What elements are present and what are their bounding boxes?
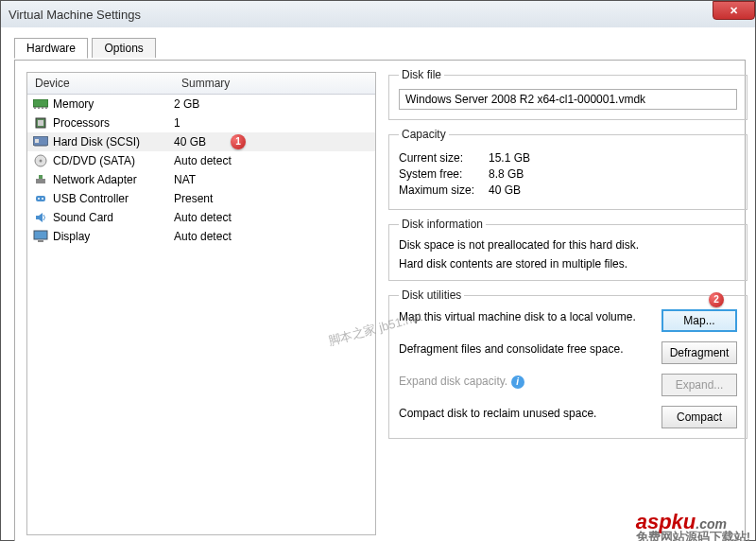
device-name: Display: [53, 230, 174, 243]
device-name: Memory: [53, 97, 174, 111]
svg-rect-12: [39, 175, 43, 179]
device-row-usb-controller[interactable]: USB ControllerPresent: [27, 189, 375, 208]
device-summary: Auto detect: [174, 154, 370, 167]
sound-icon: [32, 211, 49, 224]
defragment-button[interactable]: Defragment: [662, 341, 737, 364]
utilities-group: Disk utilities Map this virtual machine …: [388, 288, 747, 439]
annotation-badge-1: 1: [231, 134, 246, 149]
svg-point-14: [38, 198, 40, 200]
brand-logo: aspku.com 免费网站源码下载站!: [636, 510, 750, 539]
utilities-legend: Disk utilities: [399, 288, 464, 302]
diskinfo-group: Disk information Disk space is not preal…: [388, 218, 747, 281]
device-row-processors[interactable]: Processors1: [27, 113, 375, 132]
cd-icon: [32, 154, 49, 167]
svg-rect-1: [34, 107, 36, 109]
device-row-display[interactable]: DisplayAuto detect: [27, 227, 375, 246]
device-name: Hard Disk (SCSI): [53, 135, 174, 148]
defrag-text: Defragment files and consolidate free sp…: [399, 341, 662, 357]
col-summary: Summary: [174, 73, 375, 94]
device-summary: Auto detect: [174, 230, 370, 243]
diskinfo-line2: Hard disk contents are stored in multipl…: [399, 257, 737, 270]
map-text: Map this virtual machine disk to a local…: [399, 309, 662, 324]
hdd-icon: [32, 135, 49, 148]
annotation-badge-2: 2: [709, 292, 724, 307]
close-button[interactable]: ✕: [713, 1, 755, 20]
svg-point-10: [40, 160, 43, 163]
tab-content: Device Summary Memory2 GBProcessors1Hard…: [14, 60, 746, 541]
device-summary: Auto detect: [174, 211, 370, 224]
device-summary: 1: [174, 116, 370, 130]
svg-rect-0: [33, 99, 48, 107]
device-row-cd-dvd-sata-[interactable]: CD/DVD (SATA)Auto detect: [27, 151, 375, 170]
svg-rect-4: [45, 107, 47, 109]
svg-rect-11: [36, 179, 45, 183]
capacity-group: Capacity Current size:15.1 GB System fre…: [388, 128, 747, 210]
device-summary: 2 GB: [174, 97, 370, 111]
current-size-label: Current size:: [399, 151, 489, 165]
device-name: Processors: [53, 116, 174, 130]
diskfile-legend: Disk file: [399, 68, 444, 81]
diskfile-input[interactable]: [399, 89, 737, 110]
svg-rect-18: [38, 240, 43, 242]
device-row-memory[interactable]: Memory2 GB: [27, 95, 375, 113]
svg-marker-16: [36, 213, 43, 222]
device-name: CD/DVD (SATA): [53, 154, 174, 167]
info-icon[interactable]: i: [511, 375, 524, 389]
device-summary: NAT: [174, 173, 370, 186]
capacity-legend: Capacity: [399, 128, 449, 141]
svg-rect-8: [35, 139, 39, 143]
svg-rect-2: [38, 107, 40, 109]
col-device: Device: [27, 73, 174, 94]
window-title: Virtual Machine Settings: [9, 8, 141, 22]
titlebar: Virtual Machine Settings ✕: [1, 1, 755, 27]
device-name: USB Controller: [53, 192, 174, 205]
device-name: Sound Card: [53, 211, 174, 224]
tab-bar: Hardware Options: [14, 37, 755, 60]
device-list: Device Summary Memory2 GBProcessors1Hard…: [26, 72, 376, 535]
usb-icon: [32, 192, 49, 205]
diskinfo-line1: Disk space is not preallocated for this …: [399, 238, 737, 252]
current-size-value: 15.1 GB: [489, 151, 530, 165]
detail-panel: Disk file Capacity Current size:15.1 GB …: [388, 68, 747, 446]
memory-icon: [32, 97, 49, 111]
svg-rect-3: [42, 107, 43, 109]
svg-point-15: [42, 198, 43, 200]
tab-options[interactable]: Options: [92, 38, 155, 58]
tab-hardware[interactable]: Hardware: [14, 38, 88, 59]
diskfile-group: Disk file: [388, 68, 747, 120]
system-free-label: System free:: [399, 167, 489, 181]
system-free-value: 8.8 GB: [489, 167, 524, 181]
max-size-label: Maximum size:: [399, 183, 489, 197]
compact-button[interactable]: Compact: [662, 406, 737, 428]
svg-rect-6: [38, 120, 43, 126]
expand-text: Expand disk capacity. i: [399, 374, 662, 389]
display-icon: [32, 230, 49, 243]
device-list-header: Device Summary: [27, 73, 375, 95]
device-summary: 40 GB: [174, 135, 370, 148]
device-row-sound-card[interactable]: Sound CardAuto detect: [27, 208, 375, 227]
vm-settings-window: Virtual Machine Settings ✕ Hardware Opti…: [0, 0, 756, 541]
diskinfo-legend: Disk information: [399, 218, 486, 231]
net-icon: [32, 173, 49, 186]
expand-button: Expand...: [662, 374, 737, 396]
map-button[interactable]: Map...: [662, 309, 737, 332]
svg-rect-17: [34, 231, 47, 239]
svg-rect-13: [36, 196, 45, 201]
device-name: Network Adapter: [53, 173, 174, 186]
max-size-value: 40 GB: [489, 183, 521, 197]
compact-text: Compact disk to reclaim unused space.: [399, 406, 662, 421]
device-row-hard-disk-scsi-[interactable]: Hard Disk (SCSI)40 GB1: [27, 132, 375, 151]
device-row-network-adapter[interactable]: Network AdapterNAT: [27, 170, 375, 189]
device-summary: Present: [174, 192, 370, 205]
cpu-icon: [32, 116, 49, 130]
